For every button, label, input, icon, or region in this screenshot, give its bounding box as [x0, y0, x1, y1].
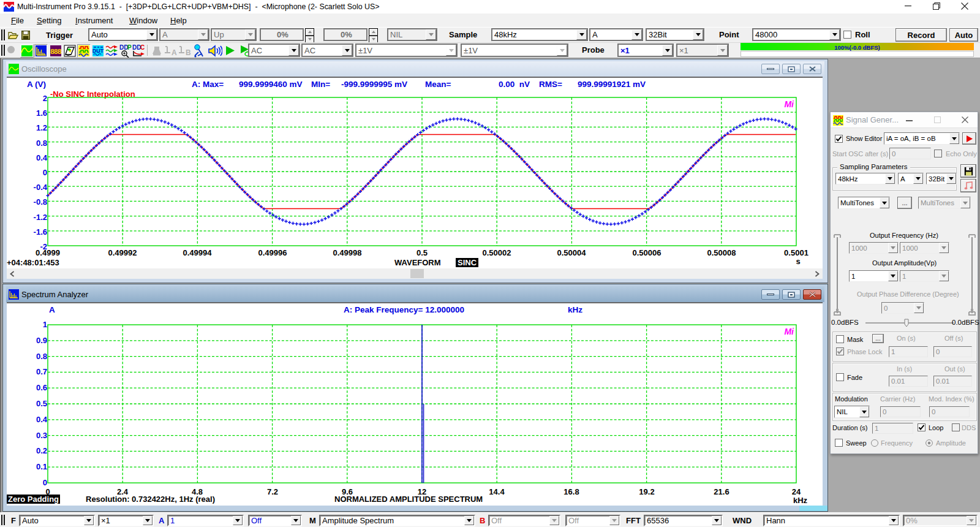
- svg-text:P: P: [127, 44, 132, 51]
- svg-text:888: 888: [50, 48, 62, 55]
- svg-text:C: C: [140, 44, 145, 51]
- svg-text:Mi: Mi: [784, 99, 794, 109]
- svg-text:Mi: Mi: [784, 327, 794, 336]
- svg-text:DUT: DUT: [92, 48, 104, 54]
- svg-text:A: A: [172, 48, 177, 57]
- svg-text:B: B: [186, 48, 191, 57]
